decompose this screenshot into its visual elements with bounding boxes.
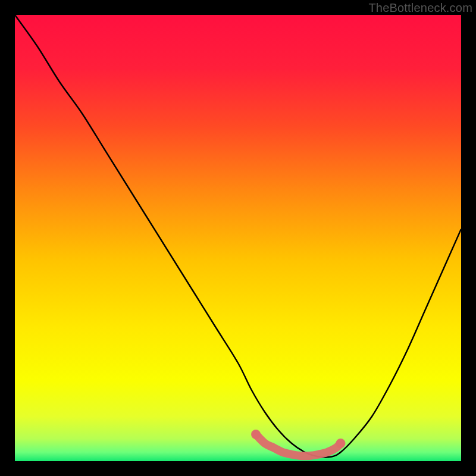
- watermark-label: TheBottleneck.com: [368, 1, 472, 15]
- plot-area: [15, 15, 461, 461]
- svg-point-1: [251, 430, 261, 439]
- chart-container: TheBottleneck.com: [0, 0, 476, 476]
- svg-point-2: [336, 439, 346, 448]
- curve-layer: [15, 15, 461, 461]
- bottleneck-curve: [15, 15, 461, 457]
- optimal-zone-markers: [251, 430, 346, 456]
